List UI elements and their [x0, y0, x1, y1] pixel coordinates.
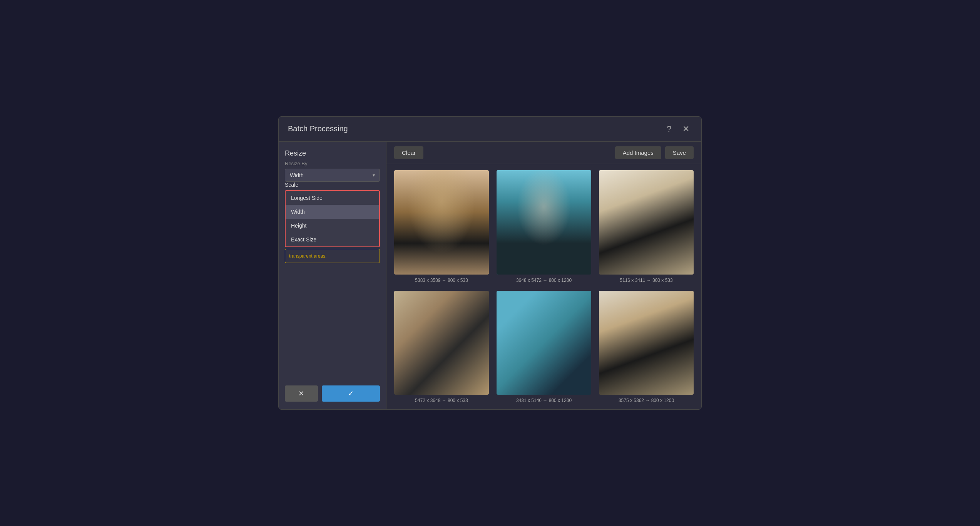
resize-by-dropdown[interactable]: Width ▾ — [285, 169, 380, 182]
toolbar: Clear Add Images Save — [386, 142, 701, 164]
image-thumbnail-4[interactable] — [394, 291, 489, 395]
dropdown-current-value: Width — [290, 172, 304, 178]
resize-by-dropdown-row: Width ▾ — [285, 169, 380, 182]
dialog-body: Resize Resize By Width ▾ Scale Longest S… — [279, 142, 701, 409]
image-cell-2: 3648 x 5472 → 800 x 1200 — [497, 170, 591, 283]
image-cell-3: 5116 x 3411 → 800 x 533 — [599, 170, 694, 283]
image-info-5: 3431 x 5146 → 800 x 1200 — [516, 398, 572, 403]
image-thumbnail-6[interactable] — [599, 291, 694, 395]
image-cell-4: 5472 x 3648 → 800 x 533 — [394, 291, 489, 404]
dialog-header: Batch Processing ? ✕ — [279, 117, 701, 142]
scale-label: Scale — [285, 182, 298, 188]
image-info-2: 3648 x 5472 → 800 x 1200 — [516, 278, 572, 283]
image-cell-6: 3575 x 5362 → 800 x 1200 — [599, 291, 694, 404]
batch-processing-dialog: Batch Processing ? ✕ Resize Resize By Wi… — [278, 116, 702, 410]
close-button[interactable]: ✕ — [680, 123, 692, 135]
clear-button[interactable]: Clear — [394, 146, 423, 159]
sidebar: Resize Resize By Width ▾ Scale Longest S… — [279, 142, 386, 409]
confirm-button[interactable]: ✓ — [322, 385, 380, 402]
image-thumbnail-3[interactable] — [599, 170, 694, 275]
header-actions: ? ✕ — [663, 123, 692, 135]
image-thumbnail-5[interactable] — [497, 291, 591, 395]
image-info-3: 5116 x 3411 → 800 x 533 — [620, 278, 672, 283]
dropdown-menu: Longest Side Width Height Exact Size — [285, 190, 380, 247]
help-button[interactable]: ? — [663, 123, 675, 135]
image-thumbnail-2[interactable] — [497, 170, 591, 275]
dialog-title: Batch Processing — [288, 124, 348, 133]
add-images-button[interactable]: Add Images — [615, 146, 661, 159]
main-content: Clear Add Images Save 5383 x 3589 → 800 … — [386, 142, 701, 409]
image-info-4: 5472 x 3648 → 800 x 533 — [415, 398, 468, 403]
chevron-down-icon: ▾ — [373, 173, 375, 178]
dropdown-menu-wrapper: Longest Side Width Height Exact Size — [285, 190, 380, 247]
dropdown-item-longest-side[interactable]: Longest Side — [286, 191, 379, 205]
image-cell-5: 3431 x 5146 → 800 x 1200 — [497, 291, 591, 404]
image-cell-1: 5383 x 3589 → 800 x 533 — [394, 170, 489, 283]
dropdown-item-height[interactable]: Height — [286, 219, 379, 233]
dropdown-item-width[interactable]: Width — [286, 205, 379, 219]
cancel-button[interactable]: ✕ — [285, 385, 318, 402]
dropdown-item-exact-size[interactable]: Exact Size — [286, 233, 379, 246]
save-button[interactable]: Save — [665, 146, 694, 159]
warning-box: transparent areas. — [285, 249, 380, 263]
image-info-6: 3575 x 5362 → 800 x 1200 — [619, 398, 674, 403]
warning-text: transparent areas. — [289, 253, 326, 259]
resize-by-label: Resize By — [285, 161, 380, 166]
image-info-1: 5383 x 3589 → 800 x 533 — [415, 278, 468, 283]
resize-title: Resize — [285, 149, 380, 157]
resize-section: Resize Resize By Width ▾ Scale Longest S… — [285, 149, 380, 263]
scale-row: Scale — [285, 182, 380, 188]
image-thumbnail-1[interactable] — [394, 170, 489, 275]
image-grid: 5383 x 3589 → 800 x 533 3648 x 5472 → 80… — [386, 164, 701, 409]
sidebar-footer: ✕ ✓ — [285, 385, 380, 402]
